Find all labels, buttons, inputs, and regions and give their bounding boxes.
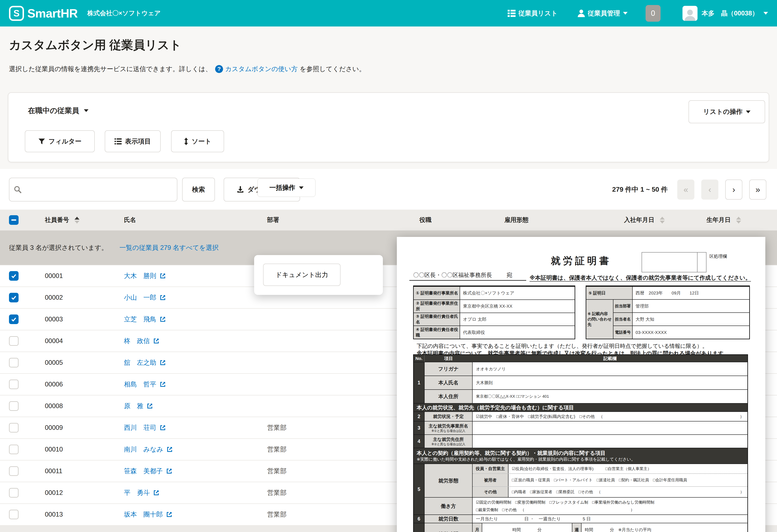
sort-icon — [660, 217, 665, 224]
employee-link[interactable]: 平 勇斗 — [124, 482, 160, 504]
employee-name: 柊 政信 — [124, 337, 150, 345]
external-link-icon — [166, 511, 173, 518]
ward-processing-box — [642, 252, 706, 272]
bulk-action-dropdown: ドキュメント出力 — [254, 255, 383, 295]
user-menu[interactable]: 本多 晶（00038） — [702, 9, 768, 18]
app-header: S SmartHR 株式会社〇×ソフトウェア 従業員リスト 従業員管理 0 本多… — [0, 0, 777, 26]
employee-link[interactable]: 舘 左之助 — [124, 352, 166, 373]
employee-dept: 営業部 — [267, 417, 287, 438]
employee-name: 西川 荘司 — [124, 423, 156, 432]
employee-link[interactable]: 西川 荘司 — [124, 417, 166, 438]
row-checkbox[interactable] — [9, 271, 19, 281]
employee-name: 相島 哲平 — [124, 380, 156, 389]
employee-link[interactable]: 笹森 美都子 — [124, 460, 173, 482]
list-operations-button[interactable]: リストの操作 — [688, 100, 765, 123]
employee-link[interactable]: 小山 一郎 — [124, 287, 166, 308]
search-input[interactable] — [24, 186, 172, 193]
emp-no: 00003 — [45, 309, 63, 330]
sort-asc-icon — [75, 217, 80, 224]
description-text-after: を参照してください。 — [300, 64, 365, 74]
row-checkbox[interactable] — [9, 445, 19, 454]
chevron-down-icon — [299, 186, 304, 189]
employee-link[interactable]: 南川 みなみ — [124, 439, 173, 460]
column-emp-no[interactable]: 社員番号 — [45, 210, 80, 231]
avatar — [682, 6, 697, 21]
employee-link[interactable]: 坂本 團十郎 — [124, 504, 173, 525]
search-button[interactable]: 検索 — [182, 178, 215, 202]
external-link-icon — [153, 489, 160, 496]
row-checkbox[interactable] — [9, 314, 19, 324]
column-birth-date[interactable]: 生年月日 — [706, 210, 741, 231]
employee-link[interactable]: 相島 哲平 — [124, 374, 166, 395]
emp-no: 00010 — [45, 439, 63, 460]
row-checkbox[interactable] — [9, 466, 19, 476]
external-link-icon — [166, 446, 173, 453]
bulk-action-button[interactable]: 一括操作 — [257, 178, 316, 197]
column-hire-date-label: 入社年月日 — [624, 216, 654, 224]
row-checkbox[interactable] — [9, 488, 19, 498]
filter-button[interactable]: フィルター — [25, 130, 95, 152]
employee-dept: 営業部 — [267, 482, 287, 504]
pagination-next-button[interactable]: › — [725, 179, 742, 200]
employee-link[interactable]: 原 雅 — [124, 395, 153, 417]
sort-button[interactable]: ソート — [171, 130, 224, 152]
external-link-icon — [159, 359, 166, 366]
pagination-first-button[interactable]: « — [677, 179, 694, 200]
nav-employee-list[interactable]: 従業員リスト — [508, 9, 558, 18]
employee-name: 原 雅 — [124, 402, 143, 410]
employee-dept: 営業部 — [267, 460, 287, 482]
notification-badge[interactable]: 0 — [646, 5, 661, 22]
pagination-info: 279 件中 1 ~ 50 件 — [612, 178, 668, 202]
external-link-icon — [153, 338, 160, 345]
emp-no: 00001 — [45, 265, 63, 286]
addressee-line: 〇〇区長・〇〇区福祉事務所長 宛 — [409, 272, 526, 281]
contact-label: ⑥ 記載内容の問い合わせ先 — [586, 300, 614, 339]
row-no-1: 1 — [414, 362, 425, 403]
employee-name: 笹森 美都子 — [124, 467, 163, 476]
row-checkbox[interactable] — [9, 380, 19, 389]
pagination-prev-button[interactable]: ‹ — [701, 179, 718, 200]
download-icon — [237, 186, 244, 193]
row-checkbox[interactable] — [9, 510, 19, 519]
employee-link[interactable]: 柊 政信 — [124, 330, 160, 352]
external-link-icon — [159, 381, 166, 388]
row-checkbox[interactable] — [9, 423, 19, 432]
employment-certificate-document: 就労証明書 区処理欄 〇〇区長・〇〇区福祉事務所長 宛 ※本証明書は、保護者本人… — [397, 237, 765, 532]
help-icon[interactable]: ? — [215, 65, 223, 73]
row-checkbox[interactable] — [9, 293, 19, 302]
row-checkbox[interactable] — [9, 358, 19, 368]
document-export-menu-item[interactable]: ドキュメント出力 — [263, 264, 340, 286]
select-all-checkbox[interactable] — [9, 215, 19, 225]
select-all-279-link[interactable]: 一覧の従業員 279 名すべてを選択 — [120, 243, 219, 252]
brand-wordmark: SmartHR — [27, 6, 78, 20]
emp-no: 00006 — [45, 374, 63, 395]
employee-link[interactable]: 立芝 飛鳥 — [124, 309, 166, 330]
view-filter-label: 在職中の従業員 — [28, 106, 79, 116]
external-link-icon — [159, 272, 166, 279]
nav-employee-manage[interactable]: 従業員管理 — [578, 9, 628, 18]
pagination-last-button[interactable]: » — [749, 179, 766, 200]
column-name: 氏名 — [124, 210, 136, 231]
certification-info-table: ⑤ 証明日 西暦 2023年 09月 12日 ⑥ 記載内容の問い合わせ先 担当部… — [586, 285, 750, 339]
cert-date-label: ⑤ 証明日 — [586, 287, 633, 299]
addressee-name: 〇〇区長・〇〇区福祉事務所長 — [413, 271, 492, 279]
row-checkbox[interactable] — [9, 401, 19, 411]
column-hire-date[interactable]: 入社年月日 — [624, 210, 665, 231]
certify-statement: 下記の内容について、事実であることを証明いたします（ただし、発行者が証明日時点で… — [417, 343, 707, 350]
row-checkbox[interactable] — [9, 336, 19, 346]
employee-name: 大木 勝則 — [124, 272, 156, 280]
columns-button[interactable]: 表示項目 — [105, 130, 161, 152]
avatar-person-icon — [684, 9, 696, 21]
selection-message: 従業員 3 名が選択されています。 — [9, 243, 108, 252]
employee-link[interactable]: 大木 勝則 — [124, 265, 166, 286]
nav-employee-list-label: 従業員リスト — [519, 9, 558, 18]
view-filter-dropdown[interactable]: 在職中の従業員 — [28, 106, 89, 116]
list-operations-label: リストの操作 — [703, 107, 743, 116]
help-link[interactable]: カスタムボタンの使い方 — [225, 64, 298, 74]
column-birth-date-label: 生年月日 — [706, 216, 731, 224]
employee-name: 坂本 團十郎 — [124, 510, 163, 519]
filter-button-label: フィルター — [48, 137, 82, 146]
external-link-icon — [166, 468, 173, 475]
list-bullets-icon — [115, 138, 122, 144]
addressee-suffix: 宛 — [507, 271, 512, 279]
